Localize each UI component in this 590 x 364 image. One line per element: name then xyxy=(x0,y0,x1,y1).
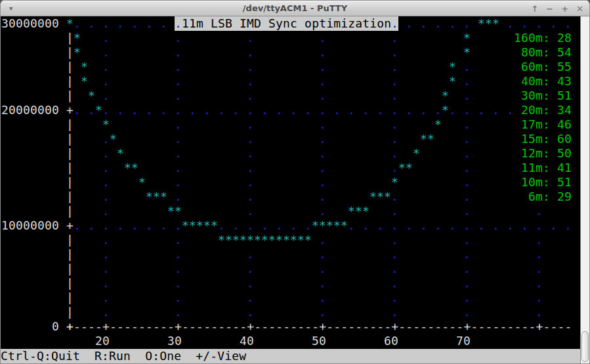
grid-dot: . xyxy=(247,175,254,190)
grid-dot: . xyxy=(536,262,543,276)
scrollbar-thumb[interactable] xyxy=(581,331,589,362)
plot-point: * xyxy=(102,117,110,132)
plot-point: * xyxy=(88,89,95,103)
grid-dot: . xyxy=(102,190,110,204)
window-titlebar[interactable]: ▼ /dev/ttyACM1 - PuTTY ↑ − + ✕ xyxy=(1,1,589,16)
legend-entry: 80m: 54 xyxy=(521,45,572,60)
y-axis-line: | xyxy=(66,175,74,190)
plot-point: * xyxy=(420,132,427,146)
window-menu-icon[interactable]: ▼ xyxy=(9,5,12,12)
y-axis-line: | xyxy=(66,89,74,103)
grid-dot: . xyxy=(74,16,81,31)
grid-dot: . xyxy=(102,31,110,45)
grid-dot: . xyxy=(362,103,369,117)
grid-dot: . xyxy=(391,233,398,247)
grid-dot: . xyxy=(261,218,268,233)
grid-dot: . xyxy=(391,161,398,175)
y-axis-line: | xyxy=(66,233,74,247)
grid-dot: . xyxy=(463,247,471,262)
grid-dot: . xyxy=(463,103,471,117)
plot-point: * xyxy=(413,146,420,161)
plot-point: * xyxy=(247,233,254,247)
grid-dot: . xyxy=(175,132,182,146)
grid-dot: . xyxy=(117,218,124,233)
grid-dot: . xyxy=(102,276,110,291)
grid-dot: . xyxy=(247,146,254,161)
grid-dot: . xyxy=(391,117,398,132)
plot-point: * xyxy=(81,74,88,89)
plot-point: * xyxy=(211,218,218,233)
plot-point: * xyxy=(160,190,167,204)
status-text: Ctrl-Q:Quit R:Run O:One +/-View xyxy=(1,349,246,363)
grid-dot: . xyxy=(175,31,182,45)
y-axis-line: | xyxy=(66,132,74,146)
plot-point: * xyxy=(449,60,456,74)
plot-point: * xyxy=(478,16,485,31)
grid-dot: . xyxy=(247,190,254,204)
grid-dot: . xyxy=(175,291,182,305)
grid-dot: . xyxy=(218,218,225,233)
grid-dot: . xyxy=(319,132,326,146)
plot-point: * xyxy=(218,233,225,247)
grid-dot: . xyxy=(434,218,442,233)
grid-dot: . xyxy=(247,204,254,218)
window-controls: ↑ − + ✕ xyxy=(531,1,583,16)
grid-dot: . xyxy=(420,103,427,117)
grid-dot: . xyxy=(175,233,182,247)
grid-dot: . xyxy=(449,16,456,31)
maximize-button[interactable]: + xyxy=(561,4,568,14)
y-axis-line: | xyxy=(66,247,74,262)
grid-dot: . xyxy=(102,204,110,218)
shade-button[interactable]: ↑ xyxy=(531,4,538,14)
grid-dot: . xyxy=(247,132,254,146)
plot-point: * xyxy=(369,190,377,204)
grid-dot: . xyxy=(74,218,81,233)
grid-dot: . xyxy=(377,103,384,117)
grid-dot: . xyxy=(391,146,398,161)
plot-point: * xyxy=(110,132,117,146)
grid-dot: . xyxy=(391,74,398,89)
grid-dot: . xyxy=(319,247,326,262)
grid-dot: . xyxy=(175,117,182,132)
plot-point: * xyxy=(276,233,283,247)
grid-dot: . xyxy=(102,89,110,103)
grid-dot: . xyxy=(160,218,167,233)
plot-point: * xyxy=(196,218,203,233)
grid-dot: . xyxy=(247,305,254,319)
minimize-button[interactable]: − xyxy=(546,4,553,14)
grid-dot: . xyxy=(175,190,182,204)
plot-point: * xyxy=(485,16,492,31)
grid-dot: . xyxy=(463,161,471,175)
grid-dot: . xyxy=(175,262,182,276)
plot-title: 11m LSB IMD Sync optimization xyxy=(175,16,398,31)
grid-dot: . xyxy=(102,132,110,146)
terminal-screen[interactable]: Ctrl-Q:Quit R:Run O:One +/-View ********… xyxy=(1,16,589,363)
grid-dot: . xyxy=(88,16,95,31)
grid-dot: . xyxy=(247,60,254,74)
grid-dot: . xyxy=(391,31,398,45)
grid-dot: . xyxy=(449,103,456,117)
y-axis-line: | xyxy=(66,60,74,74)
grid-dot: . xyxy=(406,103,413,117)
grid-dot: . xyxy=(102,291,110,305)
close-button[interactable]: ✕ xyxy=(576,4,583,14)
grid-dot: . xyxy=(175,146,182,161)
grid-dot: . xyxy=(74,103,81,117)
grid-dot: . xyxy=(247,31,254,45)
grid-dot: . xyxy=(536,305,543,319)
grid-dot: . xyxy=(391,190,398,204)
plot-point: * xyxy=(377,190,384,204)
grid-dot: . xyxy=(536,204,543,218)
y-axis-line: | xyxy=(66,204,74,218)
plot-point: * xyxy=(182,218,189,233)
plot-point: * xyxy=(131,161,138,175)
grid-dot: . xyxy=(319,89,326,103)
grid-dot: . xyxy=(175,89,182,103)
plot-point: * xyxy=(297,233,305,247)
y-axis-line: | xyxy=(66,161,74,175)
grid-dot: . xyxy=(550,16,557,31)
grid-dot: . xyxy=(102,175,110,190)
grid-dot: . xyxy=(203,103,211,117)
scrollbar[interactable] xyxy=(580,16,589,363)
plot-point: * xyxy=(117,146,124,161)
